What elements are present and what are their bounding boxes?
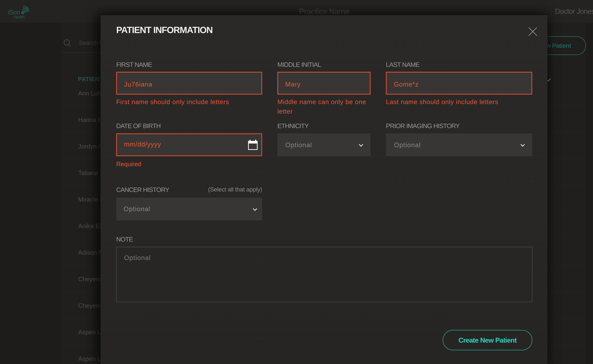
svg-text:Health: Health xyxy=(14,15,25,19)
